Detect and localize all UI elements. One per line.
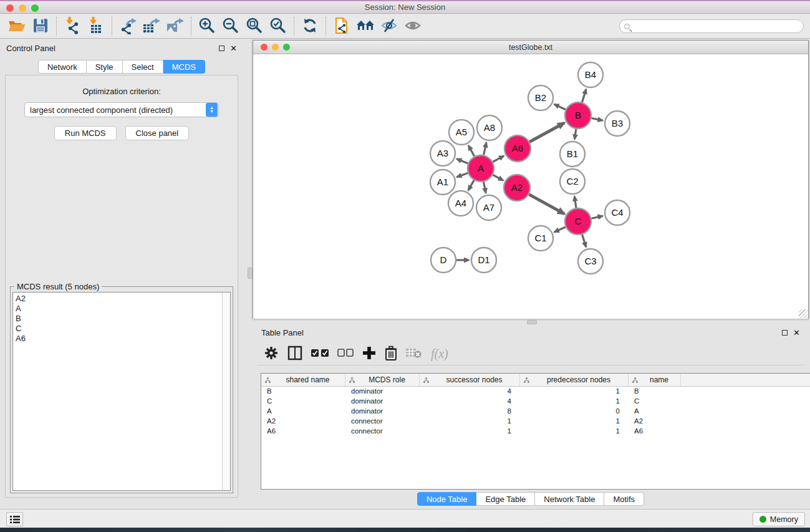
edge-B-B1[interactable]: [574, 129, 576, 139]
edge-C-C2[interactable]: [574, 196, 576, 208]
fx-button[interactable]: f(x): [431, 345, 448, 364]
divider-scroll-thumb[interactable]: [248, 268, 253, 279]
net-minimize-button[interactable]: [272, 44, 279, 51]
column-header-shared-name[interactable]: shared name: [261, 374, 345, 386]
edge-A6-B[interactable]: [529, 123, 564, 142]
network-graph[interactable]: B4B2BB3A5A8A6A3B1AA1C2A2A4A7C4CC1DD1C3: [253, 54, 808, 319]
tab-edge-table[interactable]: Edge Table: [476, 492, 535, 506]
hide-graphics-button[interactable]: [377, 16, 401, 37]
float-panel-icon[interactable]: [219, 46, 224, 51]
delete-table-icon: [406, 347, 422, 360]
node-label-C: C: [575, 216, 582, 226]
close-panel-button[interactable]: Close panel: [125, 126, 190, 140]
edge-C-C4[interactable]: [591, 216, 602, 218]
run-mcds-button[interactable]: Run MCDS: [54, 126, 117, 140]
tab-mcds[interactable]: MCDS: [163, 60, 205, 74]
columns-button[interactable]: [287, 345, 302, 364]
table-close-icon[interactable]: ✕: [793, 330, 800, 336]
edge-A2-C[interactable]: [529, 195, 564, 214]
network-canvas[interactable]: B4B2BB3A5A8A6A3B1AA1C2A2A4A7C4CC1DD1C3: [253, 54, 808, 319]
zoom-out-button[interactable]: [219, 16, 243, 37]
edge-A-A4[interactable]: [468, 180, 474, 190]
export-network-button[interactable]: [116, 16, 140, 37]
column-header-name[interactable]: name: [629, 374, 681, 386]
table-row[interactable]: Cdominator41C: [261, 397, 810, 407]
column-header-successor-nodes[interactable]: successor nodes: [420, 374, 520, 386]
task-history-button[interactable]: [6, 512, 23, 526]
memory-label: Memory: [770, 515, 798, 524]
close-window-button[interactable]: [6, 4, 14, 12]
tab-motifs[interactable]: Motifs: [604, 492, 644, 506]
memory-status-dot: [759, 516, 766, 523]
edge-B-B2[interactable]: [554, 104, 566, 110]
zoom-fit-button[interactable]: [243, 16, 266, 37]
new-network-button[interactable]: [330, 16, 354, 37]
column-header-predecessor-nodes[interactable]: predecessor nodes: [520, 374, 629, 386]
edge-C-C1[interactable]: [554, 227, 566, 232]
edge-A-A7[interactable]: [483, 182, 486, 193]
resize-grip[interactable]: [799, 309, 808, 318]
open-file-button[interactable]: [5, 16, 29, 37]
result-item[interactable]: A: [16, 304, 219, 314]
home-levels-button[interactable]: [354, 16, 377, 37]
edge-B-B4[interactable]: [582, 89, 586, 102]
delete-table-button[interactable]: [406, 345, 422, 364]
table-float-icon[interactable]: [782, 330, 788, 336]
open-file-icon: [7, 17, 26, 36]
minimize-window-button[interactable]: [19, 4, 26, 12]
select-all-button[interactable]: [311, 345, 329, 364]
result-item[interactable]: A6: [16, 334, 219, 344]
edge-A-A3[interactable]: [456, 159, 468, 163]
tab-node-table[interactable]: Node Table: [417, 492, 477, 506]
edge-A-A5[interactable]: [468, 145, 474, 156]
export-table-button[interactable]: [140, 16, 163, 37]
gear-button[interactable]: [264, 345, 279, 364]
tab-network[interactable]: Network: [38, 60, 87, 74]
edge-A-A2[interactable]: [493, 175, 503, 180]
table-cell: A: [261, 407, 345, 417]
mcds-result-list[interactable]: A2ABCA6: [12, 292, 231, 491]
table-row[interactable]: Bdominator41B: [261, 387, 810, 397]
result-list-scrollbar[interactable]: [222, 293, 230, 490]
maximize-window-button[interactable]: [31, 4, 39, 12]
result-item[interactable]: B: [16, 314, 219, 324]
tab-style[interactable]: Style: [87, 60, 123, 74]
network-window-titlebar[interactable]: testGlobe.txt: [253, 41, 808, 54]
edge-A-A8[interactable]: [484, 142, 486, 155]
zoom-selected-button[interactable]: [266, 16, 290, 37]
net-maximize-button[interactable]: [283, 44, 290, 51]
edge-C-C3[interactable]: [582, 235, 586, 247]
add-row-icon: [362, 346, 376, 362]
edge-A-A1[interactable]: [457, 173, 468, 177]
add-row-button[interactable]: [362, 345, 376, 364]
criterion-dropdown[interactable]: largest connected component (directed) ▲…: [24, 102, 219, 117]
import-network-icon: [64, 17, 80, 36]
show-graphics-button[interactable]: [401, 16, 425, 37]
column-header-MCDS-role[interactable]: MCDS role: [345, 374, 420, 386]
tab-select[interactable]: Select: [123, 60, 163, 74]
export-image-button[interactable]: [163, 16, 187, 37]
import-network-button[interactable]: [60, 16, 84, 37]
table-row[interactable]: A6connector11A6: [261, 427, 810, 437]
delete-row-button[interactable]: [385, 345, 397, 364]
net-close-button[interactable]: [261, 44, 268, 51]
zoom-in-button[interactable]: [195, 16, 219, 37]
search-box[interactable]: [619, 19, 804, 33]
table-row[interactable]: Adominator80A: [261, 407, 810, 417]
export-network-icon: [118, 17, 137, 36]
result-item[interactable]: A2: [16, 294, 219, 304]
save-session-button[interactable]: [29, 16, 52, 37]
table-row[interactable]: A2connector11A2: [261, 417, 810, 427]
import-table-button[interactable]: [84, 16, 108, 37]
result-item[interactable]: C: [16, 324, 219, 334]
refresh-button[interactable]: [298, 16, 322, 37]
edge-B-B3[interactable]: [592, 118, 603, 120]
close-panel-icon[interactable]: ✕: [230, 46, 237, 51]
main-toolbar: [0, 14, 810, 39]
clear-selection-button[interactable]: [337, 345, 354, 364]
horizontal-scroll-thumb[interactable]: [527, 320, 537, 324]
memory-button[interactable]: Memory: [753, 512, 805, 526]
window-controls[interactable]: [6, 4, 39, 12]
edge-A-A6[interactable]: [493, 156, 504, 162]
tab-network-table[interactable]: Network Table: [535, 492, 604, 506]
